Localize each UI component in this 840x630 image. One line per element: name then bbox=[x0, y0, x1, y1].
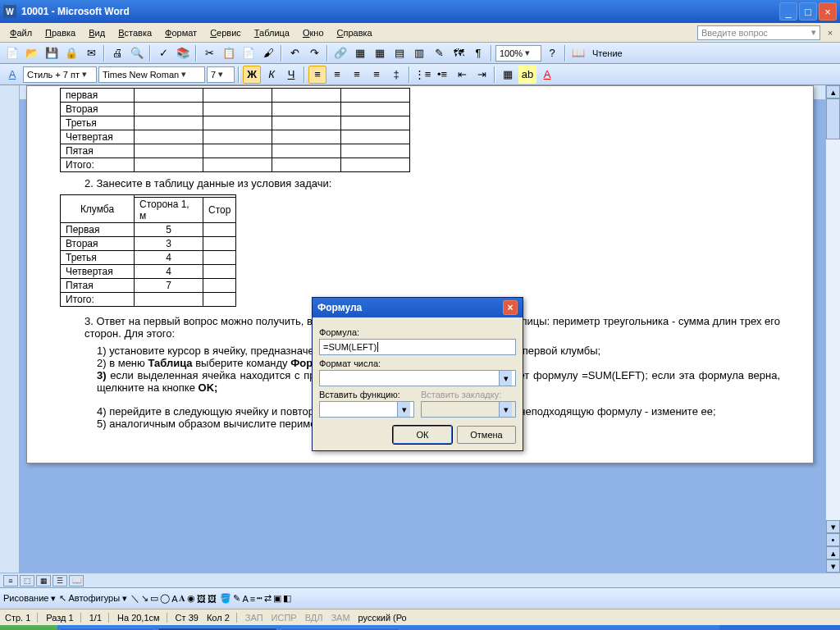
autoshapes-menu[interactable]: Автофигуры ▾ bbox=[68, 593, 127, 604]
columns-icon[interactable]: ▥ bbox=[410, 44, 428, 62]
number-format-combo[interactable]: ▾ bbox=[319, 370, 516, 386]
t2-h1[interactable]: Клумба bbox=[61, 195, 135, 223]
open-icon[interactable]: 📂 bbox=[23, 44, 41, 62]
excel-icon[interactable]: ▤ bbox=[390, 44, 409, 62]
bullets-icon[interactable]: •≡ bbox=[433, 66, 451, 84]
diagram-icon[interactable]: ◉ bbox=[187, 593, 195, 604]
web-view-icon[interactable]: ⬚ bbox=[20, 575, 34, 587]
browse-object-icon[interactable]: • bbox=[826, 533, 840, 546]
t2-r0-name[interactable]: Первая bbox=[61, 223, 135, 237]
prev-page-icon[interactable]: ▴ bbox=[826, 546, 840, 559]
underline-button[interactable]: Ч bbox=[282, 66, 300, 84]
reading-mode-icon[interactable]: 📖 bbox=[569, 44, 587, 62]
new-doc-icon[interactable]: 📄 bbox=[3, 44, 21, 62]
rectangle-icon[interactable]: ▭ bbox=[150, 593, 158, 604]
vertical-scrollbar[interactable]: ▴ ▾ • ▴ ▾ bbox=[825, 85, 840, 573]
formula-input[interactable]: =SUM(LEFT) bbox=[319, 339, 516, 355]
doc-close-button[interactable]: × bbox=[824, 26, 837, 39]
shadow-icon[interactable]: ▣ bbox=[273, 593, 281, 604]
permission-icon[interactable]: 🔒 bbox=[62, 44, 80, 62]
scroll-thumb[interactable] bbox=[826, 98, 840, 139]
t2-h2[interactable]: Сторона 1, м bbox=[135, 198, 203, 223]
normal-view-icon[interactable]: ≡ bbox=[3, 575, 18, 587]
line-style-icon[interactable]: ≡ bbox=[250, 594, 255, 604]
paste-icon[interactable]: 📄 bbox=[240, 44, 258, 62]
t2-r4-v[interactable]: 7 bbox=[135, 279, 203, 293]
print-layout-icon[interactable]: ▦ bbox=[36, 575, 51, 587]
cut-icon[interactable]: ✂ bbox=[200, 44, 218, 62]
help-icon[interactable]: ? bbox=[543, 44, 561, 62]
drawing-icon[interactable]: ✎ bbox=[430, 44, 448, 62]
t1-row0[interactable]: первая bbox=[61, 89, 135, 103]
spelling-icon[interactable]: ✓ bbox=[154, 44, 172, 62]
increase-indent-icon[interactable]: ⇥ bbox=[472, 66, 491, 84]
t1-row1[interactable]: Вторая bbox=[61, 103, 135, 116]
font-size-combo[interactable]: 7▾ bbox=[207, 66, 235, 83]
line-icon[interactable]: ＼ bbox=[130, 592, 139, 605]
scroll-down-icon[interactable]: ▾ bbox=[826, 520, 840, 533]
t2-r1-v[interactable]: 3 bbox=[135, 237, 203, 251]
ask-question-box[interactable]: Введите вопрос▾ bbox=[697, 25, 820, 40]
menu-edit[interactable]: Правка bbox=[39, 26, 82, 39]
undo-icon[interactable]: ↶ bbox=[285, 44, 304, 62]
3d-icon[interactable]: ◧ bbox=[283, 593, 291, 604]
dash-style-icon[interactable]: ┅ bbox=[257, 593, 262, 604]
italic-button[interactable]: К bbox=[262, 66, 281, 84]
t2-r1-name[interactable]: Вторая bbox=[61, 237, 135, 251]
start-button[interactable]: ⊞ пуск bbox=[0, 625, 57, 630]
clipart-icon[interactable]: 🖼 bbox=[197, 594, 206, 604]
close-button[interactable]: × bbox=[819, 2, 837, 21]
arrow-icon[interactable]: ↘ bbox=[141, 593, 148, 604]
menu-view[interactable]: Вид bbox=[82, 26, 112, 39]
print-icon[interactable]: 🖨 bbox=[108, 44, 126, 62]
chevron-down-icon[interactable]: ▾ bbox=[397, 402, 410, 417]
ok-button[interactable]: ОК bbox=[393, 426, 452, 444]
cancel-button[interactable]: Отмена bbox=[457, 426, 516, 444]
mail-icon[interactable]: ✉ bbox=[82, 44, 100, 62]
status-rec[interactable]: ЗАП bbox=[245, 613, 263, 623]
align-center-icon[interactable]: ≡ bbox=[328, 66, 346, 84]
system-tray[interactable]: EN 🛡 🔊 ⚙ 💬 🖥 9:55 bbox=[719, 625, 840, 630]
t2-r3-name[interactable]: Четвертая bbox=[61, 265, 135, 279]
zoom-combo[interactable]: 100%▾ bbox=[495, 45, 541, 62]
picture-icon[interactable]: 🖼 bbox=[208, 594, 217, 604]
outline-view-icon[interactable]: ☰ bbox=[52, 575, 67, 587]
status-trk[interactable]: ИСПР bbox=[272, 613, 297, 623]
docmap-icon[interactable]: 🗺 bbox=[450, 44, 468, 62]
insert-table-icon[interactable]: ▦ bbox=[371, 44, 389, 62]
bold-button[interactable]: Ж bbox=[243, 66, 261, 84]
show-nonprint-icon[interactable]: ¶ bbox=[469, 44, 487, 62]
t2-h3[interactable]: Стор bbox=[203, 198, 236, 223]
status-language[interactable]: русский (Ро bbox=[358, 613, 407, 623]
t1-row3[interactable]: Четвертая bbox=[61, 130, 135, 144]
menu-window[interactable]: Окно bbox=[296, 26, 331, 39]
hyperlink-icon[interactable]: 🔗 bbox=[331, 44, 349, 62]
next-page-icon[interactable]: ▾ bbox=[826, 559, 840, 573]
t2-r0-v[interactable]: 5 bbox=[135, 223, 203, 237]
insert-function-combo[interactable]: ▾ bbox=[319, 401, 414, 418]
style-combo[interactable]: Стиль + 7 пт▾ bbox=[23, 66, 97, 83]
maximize-button[interactable]: □ bbox=[799, 2, 817, 21]
minimize-button[interactable]: _ bbox=[779, 2, 797, 21]
status-ovr[interactable]: ЗАМ bbox=[331, 613, 349, 623]
select-arrow-icon[interactable]: ↖ bbox=[59, 593, 66, 604]
tables-borders-icon[interactable]: ▦ bbox=[351, 44, 369, 62]
scroll-up-icon[interactable]: ▴ bbox=[826, 85, 840, 98]
t2-r4-name[interactable]: Пятая bbox=[61, 279, 135, 293]
fill-color-icon[interactable]: 🪣 bbox=[220, 593, 231, 604]
menu-format[interactable]: Формат bbox=[158, 26, 203, 39]
dialog-close-icon[interactable]: × bbox=[503, 300, 518, 315]
t2-r5-name[interactable]: Итого: bbox=[61, 293, 135, 307]
menu-tools[interactable]: Сервис bbox=[203, 26, 248, 39]
highlight-icon[interactable]: ab bbox=[518, 66, 536, 84]
align-right-icon[interactable]: ≡ bbox=[348, 66, 366, 84]
borders-icon[interactable]: ▦ bbox=[499, 66, 517, 84]
format-painter-icon[interactable]: 🖌 bbox=[259, 44, 277, 62]
wordart-icon[interactable]: 𝐀 bbox=[179, 593, 185, 604]
reading-label[interactable]: Чтение bbox=[589, 48, 626, 58]
menu-insert[interactable]: Вставка bbox=[112, 26, 158, 39]
t1-row2[interactable]: Третья bbox=[61, 116, 135, 130]
arrow-style-icon[interactable]: ⇄ bbox=[264, 593, 272, 604]
numbering-icon[interactable]: ⋮≡ bbox=[413, 66, 431, 84]
line-color-icon[interactable]: ✎ bbox=[233, 593, 240, 604]
